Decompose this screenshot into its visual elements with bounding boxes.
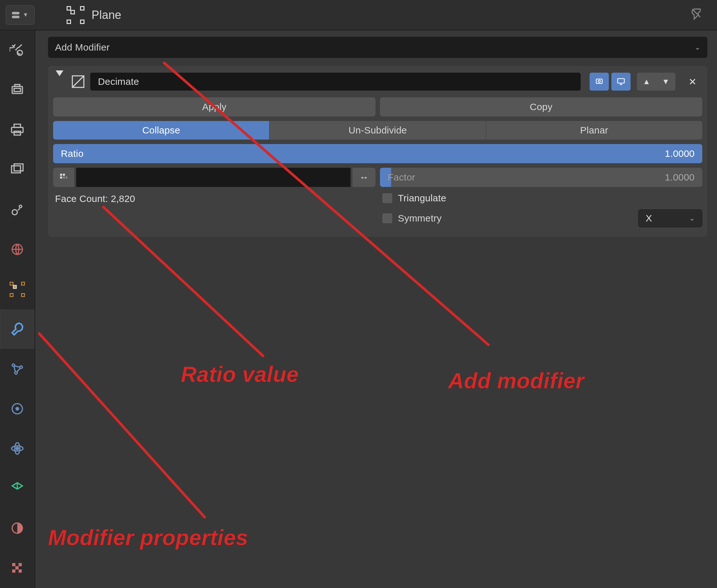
display-viewport-toggle[interactable] [611,73,631,90]
symmetry-checkbox[interactable] [382,213,393,224]
copy-button[interactable]: Copy [380,97,702,117]
svg-rect-33 [66,177,67,178]
display-render-toggle[interactable] [590,73,609,90]
rail-tab-world[interactable] [0,230,35,269]
rail-tab-mesh-data[interactable] [0,469,35,508]
svg-rect-30 [63,174,65,176]
object-icon [67,6,85,24]
face-count-label: Face Count: 2,820 [55,193,374,204]
svg-rect-26 [596,79,603,84]
copy-label: Copy [530,102,552,112]
svg-point-27 [598,80,600,82]
add-modifier-dropdown[interactable]: Add Modifier ⌄ [48,37,708,58]
factor-value: 1.0000 [665,172,695,183]
modifier-properties-panel: Add Modifier ⌄ Decimate [35,30,717,588]
rail-tab-object[interactable] [0,270,35,309]
apply-label: Apply [202,102,226,112]
symmetry-axis-value: X [646,213,652,224]
rail-tab-scene[interactable] [0,190,35,230]
rail-tab-particles[interactable] [0,349,35,388]
ratio-value: 1.0000 [665,148,695,159]
add-modifier-label: Add Modifier [55,42,110,53]
svg-rect-29 [60,174,62,176]
rail-tab-output[interactable] [0,70,35,110]
svg-rect-6 [12,166,20,173]
svg-rect-4 [14,124,20,127]
factor-label: Factor [388,172,415,183]
svg-point-15 [16,407,19,410]
chevron-down-icon: ⌄ [695,43,700,51]
symmetry-label: Symmetry [398,213,442,224]
chevron-down-icon: ⌄ [689,214,695,223]
rail-tab-texture[interactable] [0,548,35,588]
delete-modifier-button[interactable]: ✕ [683,73,702,90]
move-modifier-down[interactable]: ▼ [656,73,675,90]
svg-rect-28 [618,79,625,83]
object-breadcrumb[interactable]: Plane [67,6,121,24]
blender-properties-shot: ▼ Plane [0,0,717,588]
svg-point-8 [12,210,17,215]
svg-point-9 [19,205,22,208]
svg-rect-22 [15,566,19,569]
svg-rect-5 [14,131,20,135]
modifier-card-header: Decimate ▲ ▼ ✕ [53,70,702,93]
collapse-toggle[interactable] [53,76,66,87]
svg-rect-21 [19,563,22,566]
modifier-card: Decimate ▲ ▼ ✕ Apply [48,66,708,237]
rail-tab-printer[interactable] [0,110,35,150]
modifier-name-field[interactable]: Decimate [90,73,581,90]
svg-rect-32 [63,177,65,178]
properties-tab-rail [0,30,35,588]
decimate-mode-tabs: Collapse Un-Subdivide Planar [53,121,702,140]
svg-rect-2 [14,88,20,91]
active-object-name: Plane [91,8,121,22]
vertex-group-field[interactable] [76,168,351,187]
svg-rect-23 [12,569,15,573]
ratio-slider[interactable]: Ratio 1.0000 [53,144,702,163]
svg-rect-24 [19,569,22,573]
properties-header: ▼ Plane [0,0,717,30]
properties-context-switcher[interactable]: ▼ [6,5,35,25]
apply-button[interactable]: Apply [53,97,376,117]
chevron-down-icon: ▼ [23,12,28,18]
modifier-name-text: Decimate [98,76,139,87]
triangulate-row: Triangulate [380,193,702,204]
svg-rect-1 [15,84,20,86]
factor-slider[interactable]: Factor 1.0000 [380,168,702,187]
rail-tab-render[interactable] [0,30,35,70]
svg-rect-7 [14,164,23,171]
rail-tab-constraints[interactable] [0,428,35,468]
triangulate-checkbox[interactable] [382,193,393,204]
mode-tab-collapse[interactable]: Collapse [53,121,270,140]
mode-tab-unsubdivide[interactable]: Un-Subdivide [270,121,486,140]
ratio-label: Ratio [61,148,84,159]
decimate-icon [70,74,86,89]
context-switch-icon [12,12,20,18]
svg-rect-20 [12,563,15,566]
object-icon [9,282,25,297]
vertex-group-row: ↔ [53,168,376,187]
svg-rect-31 [60,177,62,178]
rail-tab-viewlayer[interactable] [0,150,35,189]
vertex-group-icon[interactable] [53,168,74,187]
rail-tab-physics[interactable] [0,389,35,428]
triangulate-label: Triangulate [398,193,446,204]
symmetry-axis-dropdown[interactable]: X ⌄ [638,209,702,227]
move-modifier-up[interactable]: ▲ [637,73,656,90]
pin-icon[interactable] [688,7,704,23]
svg-point-18 [16,447,19,450]
rail-tab-material[interactable] [0,508,35,548]
rail-tab-modifiers[interactable] [0,309,35,349]
mode-tab-planar[interactable]: Planar [486,121,702,140]
vertex-group-invert[interactable]: ↔ [353,168,376,187]
